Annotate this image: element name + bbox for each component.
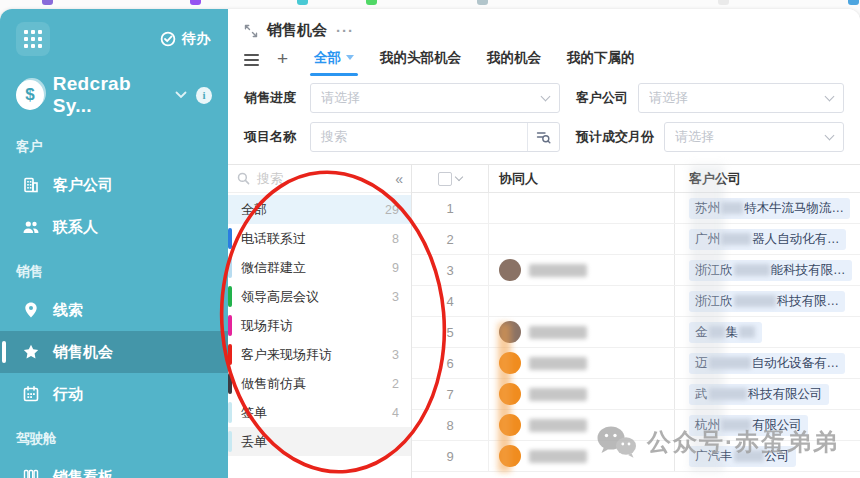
stage-list: 全部29 电话联系过8 微信群建立9 领导高层会议3 bbox=[228, 193, 411, 478]
calendar-icon bbox=[22, 385, 40, 403]
sidebar-section-sales: 销售 bbox=[0, 248, 228, 289]
sidebar-item-sales-opportunities[interactable]: 销售机会 bbox=[0, 331, 228, 373]
redacted-name bbox=[529, 388, 587, 401]
sidebar-item-sales-board[interactable]: 销售看板 bbox=[0, 456, 228, 478]
table-row[interactable]: 4 浙江欣科技有限… bbox=[412, 286, 860, 317]
table-row[interactable]: 6 迈自动化设备有… bbox=[412, 348, 860, 379]
taskbar-icon-fragment bbox=[718, 0, 729, 5]
chevron-down-icon[interactable] bbox=[175, 91, 187, 99]
todo-label: 待办 bbox=[182, 30, 210, 48]
company-chip[interactable]: 浙江欣科技有限… bbox=[689, 291, 845, 312]
star-icon bbox=[22, 343, 40, 361]
tab-my-opportunities[interactable]: 我的机会 bbox=[487, 49, 541, 76]
customer-company-select[interactable]: 请选择 bbox=[638, 83, 844, 113]
stage-color-bar bbox=[228, 431, 232, 452]
people-icon bbox=[22, 218, 40, 236]
company-chip[interactable]: 金集 bbox=[689, 322, 762, 343]
column-header-company[interactable]: 客户公司 bbox=[674, 165, 860, 192]
stage-item-phoned[interactable]: 电话联系过8 bbox=[228, 224, 411, 253]
taskbar-icon-fragment bbox=[848, 0, 859, 5]
sidebar-item-label: 客户公司 bbox=[53, 176, 113, 195]
title-bar: 销售机会 ··· bbox=[228, 9, 860, 42]
avatar bbox=[499, 383, 521, 405]
sidebar-section-customer: 客户 bbox=[0, 123, 228, 164]
redacted-name bbox=[529, 419, 587, 432]
caret-down-icon bbox=[346, 55, 354, 60]
company-chip[interactable]: 武科技有限公司 bbox=[689, 384, 829, 405]
stage-item-customer-visit[interactable]: 客户来现场拜访3 bbox=[228, 340, 411, 369]
taskbar-icon-fragment bbox=[297, 0, 308, 5]
stage-item-site-visit[interactable]: 现场拜访 bbox=[228, 311, 411, 340]
filter-label-expected-month: 预计成交月份 bbox=[576, 128, 654, 146]
company-chip[interactable]: 苏州特木牛流马物流… bbox=[689, 198, 850, 219]
stage-color-bar bbox=[228, 373, 232, 394]
stage-item-presales-simulation[interactable]: 做售前仿真2 bbox=[228, 369, 411, 398]
table-header: 协同人 客户公司 bbox=[412, 165, 860, 193]
expand-icon[interactable] bbox=[244, 24, 258, 38]
avatar bbox=[499, 259, 521, 281]
brand-name: Redcrab Sy... bbox=[53, 73, 167, 117]
column-header-collaborator[interactable]: 协同人 bbox=[488, 165, 674, 192]
brand-coin-icon: $ bbox=[16, 80, 44, 110]
sidebar-section-cockpit: 驾驶舱 bbox=[0, 415, 228, 456]
tab-my-subordinates[interactable]: 我的下属的 bbox=[567, 49, 635, 76]
content-area: 搜索 « 全部29 电话联系过8 微信群建立9 bbox=[228, 164, 860, 478]
table-row[interactable]: 8 杭州有限公司 bbox=[412, 410, 860, 441]
company-chip[interactable]: 杭州有限公司 bbox=[689, 415, 808, 436]
add-view-icon[interactable]: + bbox=[277, 52, 288, 67]
app-launcher-icon[interactable] bbox=[16, 22, 50, 56]
table-row[interactable]: 2 广州器人自动化有… bbox=[412, 224, 860, 255]
company-chip[interactable]: 广汽丰公司 bbox=[689, 446, 796, 467]
stage-color-bar bbox=[228, 344, 232, 365]
workspace-switcher[interactable]: $ Redcrab Sy... i bbox=[0, 56, 228, 123]
table-row[interactable]: 9 广汽丰公司 bbox=[412, 441, 860, 472]
sales-stage-select[interactable]: 请选择 bbox=[310, 83, 560, 113]
company-chip[interactable]: 广州器人自动化有… bbox=[689, 229, 846, 250]
redacted-name bbox=[529, 264, 587, 277]
stage-color-bar bbox=[228, 257, 232, 278]
select-menu-caret-icon[interactable] bbox=[455, 173, 463, 181]
sidebar-item-actions[interactable]: 行动 bbox=[0, 373, 228, 415]
table-row[interactable]: 5 金集 bbox=[412, 317, 860, 348]
chevron-down-icon bbox=[825, 91, 835, 101]
info-icon[interactable]: i bbox=[196, 87, 212, 104]
sidebar-item-contacts[interactable]: 联系人 bbox=[0, 206, 228, 248]
table-row[interactable]: 3 浙江欣能科技有限… bbox=[412, 255, 860, 286]
tab-my-top-opportunities[interactable]: 我的头部机会 bbox=[380, 49, 461, 76]
select-all-checkbox[interactable] bbox=[438, 172, 452, 186]
chevron-down-icon bbox=[825, 130, 835, 140]
table-row[interactable]: 7 武科技有限公司 bbox=[412, 379, 860, 410]
sidebar-item-leads[interactable]: 线索 bbox=[0, 289, 228, 331]
tab-all[interactable]: 全部 bbox=[314, 49, 354, 76]
stage-item-lost[interactable]: 丢单 bbox=[228, 427, 411, 456]
expected-month-select[interactable]: 请选择 bbox=[664, 122, 844, 152]
sidebar: 待办 $ Redcrab Sy... i 客户 客户公司 bbox=[0, 9, 228, 478]
avatar bbox=[499, 352, 521, 374]
pin-icon bbox=[22, 301, 40, 319]
view-tabs: + 全部 我的头部机会 我的机会 我的下属的 bbox=[228, 42, 860, 76]
stage-search[interactable]: 搜索 « bbox=[228, 165, 411, 193]
table-row[interactable]: 1 苏州特木牛流马物流… bbox=[412, 193, 860, 224]
stage-item-wechat-group[interactable]: 微信群建立9 bbox=[228, 253, 411, 282]
chevron-down-icon bbox=[541, 91, 551, 101]
stage-item-signed[interactable]: 签单4 bbox=[228, 398, 411, 427]
sidebar-item-customer-company[interactable]: 客户公司 bbox=[0, 164, 228, 206]
collapse-panel-icon[interactable]: « bbox=[395, 171, 402, 187]
company-chip[interactable]: 浙江欣能科技有限… bbox=[689, 260, 852, 281]
stage-item-all[interactable]: 全部29 bbox=[228, 195, 411, 224]
sidebar-item-label: 行动 bbox=[53, 385, 83, 404]
view-list-icon[interactable] bbox=[244, 54, 259, 66]
redacted-name bbox=[529, 357, 587, 370]
stage-item-executive-meeting[interactable]: 领导高层会议3 bbox=[228, 282, 411, 311]
taskbar-icon-fragment bbox=[477, 0, 488, 5]
kanban-icon bbox=[22, 468, 40, 478]
more-menu-icon[interactable]: ··· bbox=[336, 22, 354, 39]
page-title: 销售机会 bbox=[267, 21, 327, 40]
company-chip[interactable]: 迈自动化设备有… bbox=[689, 353, 845, 374]
search-icon bbox=[237, 172, 250, 185]
todo-button[interactable]: 待办 bbox=[160, 30, 210, 48]
top-strip bbox=[0, 0, 860, 9]
project-name-input[interactable]: 搜索 bbox=[310, 122, 560, 152]
list-search-icon[interactable] bbox=[527, 123, 559, 151]
avatar bbox=[499, 321, 521, 343]
